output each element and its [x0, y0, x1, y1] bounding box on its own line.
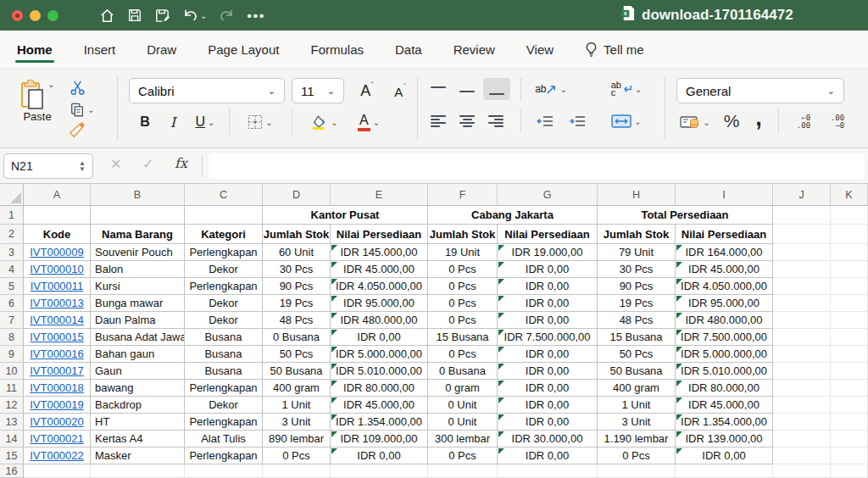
italic-button[interactable]: I: [161, 110, 185, 134]
cell-C10[interactable]: Busana: [185, 363, 263, 380]
cell-A12[interactable]: IVT000019: [24, 397, 91, 414]
cell-K13[interactable]: [831, 414, 868, 431]
cell-C15[interactable]: Perlengkapan: [185, 447, 263, 464]
col-header-C[interactable]: C: [185, 184, 263, 206]
copy-dropdown-chevron-icon[interactable]: ⌄: [87, 105, 94, 114]
cell-E10[interactable]: IDR 5.010.000,00: [331, 363, 428, 380]
confirm-entry-icon[interactable]: ✓: [142, 156, 153, 172]
cell-J2[interactable]: [773, 225, 831, 244]
cell-G10[interactable]: IDR 0,00: [498, 363, 598, 380]
row-header-3[interactable]: 3: [0, 244, 24, 261]
cell-J11[interactable]: [773, 380, 831, 397]
borders-chevron-icon[interactable]: ⌄: [265, 118, 272, 127]
cell-F13[interactable]: 0 Unit: [428, 414, 498, 431]
cell-I12[interactable]: IDR 45.000,00: [676, 397, 773, 414]
col-header-F[interactable]: F: [428, 184, 498, 206]
cell-I7[interactable]: IDR 480.000,00: [676, 312, 773, 329]
tab-home[interactable]: Home: [15, 33, 54, 66]
cell-F5[interactable]: 0 Pcs: [428, 278, 498, 295]
group-header-cabang-jakarta[interactable]: Cabang Jakarta: [428, 206, 598, 225]
cell-D16[interactable]: [263, 464, 331, 478]
cell-B13[interactable]: HT: [91, 414, 185, 431]
cell-K2[interactable]: [831, 225, 868, 244]
cell-E9[interactable]: IDR 5.000.000,00: [331, 346, 428, 363]
cell-J4[interactable]: [773, 261, 831, 278]
row-header-1[interactable]: 1: [0, 206, 24, 225]
cell-A4[interactable]: IVT000010: [24, 261, 91, 278]
cell-J7[interactable]: [773, 312, 831, 329]
cell-H11[interactable]: 400 gram: [598, 380, 676, 397]
wrap-text-chevron-icon[interactable]: ⌄: [635, 85, 642, 94]
cell-F14[interactable]: 300 lembar: [428, 431, 498, 447]
cell-H15[interactable]: 0 Pcs: [598, 447, 676, 464]
cell-C3[interactable]: Perlengkapan: [185, 244, 263, 261]
row-header-9[interactable]: 9: [0, 346, 24, 363]
cell-B3[interactable]: Souvenir Pouch: [91, 244, 185, 261]
cell-C5[interactable]: Perlengkapan: [185, 278, 263, 295]
cell-B10[interactable]: Gaun: [91, 363, 185, 380]
cell-A13[interactable]: IVT000020: [24, 414, 91, 431]
zoom-window-button[interactable]: [47, 10, 58, 21]
cell-A14[interactable]: IVT000021: [24, 431, 91, 447]
cell-I16[interactable]: [676, 464, 773, 478]
cell-F6[interactable]: 0 Pcs: [428, 295, 498, 312]
cell-J6[interactable]: [773, 295, 831, 312]
cell-A10[interactable]: IVT000017: [24, 363, 91, 380]
name-box[interactable]: N21 ▲▼: [3, 153, 93, 179]
accounting-chevron-icon[interactable]: ⌄: [703, 118, 709, 127]
cell-J15[interactable]: [773, 447, 831, 464]
paste-dropdown-chevron-icon[interactable]: ⌄: [47, 80, 54, 89]
cell-K15[interactable]: [831, 447, 868, 464]
cell-E2[interactable]: Nilai Persediaan: [331, 225, 428, 244]
decrease-indent-button[interactable]: [531, 110, 559, 132]
cell-C8[interactable]: Busana: [185, 329, 263, 346]
cell-K1[interactable]: [831, 206, 868, 225]
cell-A6[interactable]: IVT000013: [24, 295, 91, 312]
number-format-combobox[interactable]: General ⌄: [676, 78, 844, 103]
copy-button[interactable]: ⌄: [64, 100, 100, 119]
minimize-window-button[interactable]: [30, 10, 41, 21]
cell-H8[interactable]: 15 Busana: [598, 329, 676, 346]
cell-J9[interactable]: [773, 346, 831, 363]
underline-chevron-icon[interactable]: ⌄: [208, 118, 214, 127]
cell-E15[interactable]: IDR 0,00: [331, 447, 428, 464]
cell-G7[interactable]: IDR 0,00: [498, 312, 598, 329]
cell-G4[interactable]: IDR 0,00: [498, 261, 598, 278]
cell-H2[interactable]: Jumlah Stok: [598, 225, 676, 244]
cell-K3[interactable]: [831, 244, 868, 261]
cell-F3[interactable]: 19 Unit: [428, 244, 498, 261]
cell-G9[interactable]: IDR 0,00: [498, 346, 598, 363]
cell-E11[interactable]: IDR 80.000,00: [331, 380, 428, 397]
cell-F7[interactable]: 0 Pcs: [428, 312, 498, 329]
cell-J3[interactable]: [773, 244, 831, 261]
cell-K4[interactable]: [831, 261, 868, 278]
cell-I3[interactable]: IDR 164.000,00: [676, 244, 773, 261]
tab-draw[interactable]: Draw: [145, 33, 178, 66]
tab-view[interactable]: View: [525, 33, 555, 66]
cancel-entry-icon[interactable]: ✕: [110, 156, 121, 172]
col-header-G[interactable]: G: [498, 184, 598, 206]
cell-B1[interactable]: [91, 206, 185, 225]
cell-D10[interactable]: 50 Busana: [263, 363, 331, 380]
cell-C6[interactable]: Dekor: [185, 295, 263, 312]
accounting-format-button[interactable]: ⌄: [675, 110, 715, 134]
cell-I15[interactable]: IDR 0,00: [676, 447, 773, 464]
cell-K10[interactable]: [831, 363, 868, 380]
cell-H5[interactable]: 90 Pcs: [598, 278, 676, 295]
cell-I8[interactable]: IDR 7.500.000,00: [676, 329, 773, 346]
row-header-7[interactable]: 7: [0, 312, 24, 329]
cell-F8[interactable]: 15 Busana: [428, 329, 498, 346]
cell-B12[interactable]: Backdrop: [91, 397, 185, 414]
save-icon[interactable]: [127, 8, 142, 23]
cell-C11[interactable]: Perlengkapan: [185, 380, 263, 397]
cell-B4[interactable]: Balon: [91, 261, 185, 278]
cell-I5[interactable]: IDR 4.050.000,00: [676, 278, 773, 295]
cell-K14[interactable]: [831, 431, 868, 447]
align-center-button[interactable]: [454, 110, 480, 132]
comma-style-button[interactable]: ,: [748, 105, 770, 131]
cell-K11[interactable]: [831, 380, 868, 397]
cell-D4[interactable]: 30 Pcs: [263, 261, 331, 278]
cell-B5[interactable]: Kursi: [91, 278, 185, 295]
cell-F10[interactable]: 0 Busana: [428, 363, 498, 380]
cell-E3[interactable]: IDR 145.000,00: [331, 244, 428, 261]
